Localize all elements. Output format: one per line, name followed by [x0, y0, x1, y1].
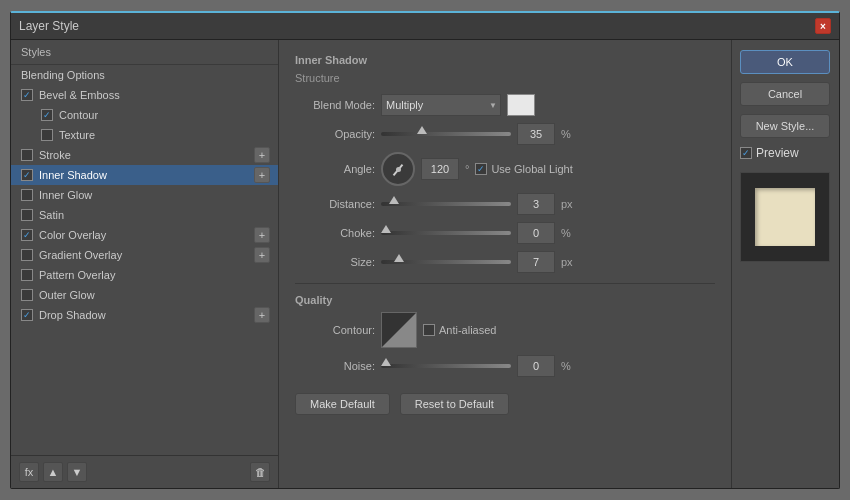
preview-row: Preview: [740, 146, 831, 160]
contour-checkbox[interactable]: [41, 109, 53, 121]
noise-slider-thumb[interactable]: [381, 358, 391, 366]
fx-button[interactable]: fx: [19, 462, 39, 482]
pattern-overlay-checkbox[interactable]: [21, 269, 33, 281]
distance-unit: px: [561, 198, 573, 210]
stroke-plus-button[interactable]: +: [254, 147, 270, 163]
opacity-input[interactable]: [517, 123, 555, 145]
preview-checkbox[interactable]: [740, 147, 752, 159]
cancel-button[interactable]: Cancel: [740, 82, 830, 106]
size-unit: px: [561, 256, 573, 268]
delete-button[interactable]: 🗑: [250, 462, 270, 482]
dialog-title: Layer Style: [19, 19, 79, 33]
opacity-unit: %: [561, 128, 571, 140]
distance-slider-track[interactable]: [381, 202, 511, 206]
make-default-button[interactable]: Make Default: [295, 393, 390, 415]
distance-row: Distance: px: [295, 193, 715, 215]
ok-button[interactable]: OK: [740, 50, 830, 74]
sidebar-item-drop-shadow[interactable]: Drop Shadow +: [11, 305, 278, 325]
blend-mode-select-wrapper: Multiply Normal Screen Overlay: [381, 94, 501, 116]
drop-shadow-plus-button[interactable]: +: [254, 307, 270, 323]
angle-input[interactable]: [421, 158, 459, 180]
close-button[interactable]: ×: [815, 18, 831, 34]
action-buttons: Make Default Reset to Default: [295, 393, 715, 415]
blending-label: Blending Options: [21, 69, 105, 81]
color-overlay-checkbox[interactable]: [21, 229, 33, 241]
bevel-checkbox[interactable]: [21, 89, 33, 101]
anti-aliased-label[interactable]: Anti-aliased: [423, 324, 496, 336]
sidebar-item-texture[interactable]: Texture: [11, 125, 278, 145]
layer-style-dialog: Layer Style × Styles Blending Options Be…: [10, 11, 840, 489]
left-panel: Styles Blending Options Bevel & Emboss C…: [11, 40, 279, 488]
styles-header: Styles: [11, 40, 278, 65]
outer-glow-label: Outer Glow: [39, 289, 95, 301]
right-panel: OK Cancel New Style... Preview: [731, 40, 839, 488]
pattern-overlay-label: Pattern Overlay: [39, 269, 115, 281]
opacity-slider-track[interactable]: [381, 132, 511, 136]
move-down-button[interactable]: ▼: [67, 462, 87, 482]
sidebar-item-bevel[interactable]: Bevel & Emboss: [11, 85, 278, 105]
stroke-checkbox[interactable]: [21, 149, 33, 161]
size-input[interactable]: [517, 251, 555, 273]
noise-label: Noise:: [295, 360, 375, 372]
blend-mode-color-swatch[interactable]: [507, 94, 535, 116]
move-up-button[interactable]: ▲: [43, 462, 63, 482]
sidebar-item-satin[interactable]: Satin: [11, 205, 278, 225]
new-style-button[interactable]: New Style...: [740, 114, 830, 138]
anti-aliased-checkbox[interactable]: [423, 324, 435, 336]
inner-shadow-label: Inner Shadow: [39, 169, 107, 181]
angle-label: Angle:: [295, 163, 375, 175]
reset-to-default-button[interactable]: Reset to Default: [400, 393, 509, 415]
choke-label: Choke:: [295, 227, 375, 239]
opacity-label: Opacity:: [295, 128, 375, 140]
structure-label: Structure: [295, 72, 715, 84]
texture-checkbox[interactable]: [41, 129, 53, 141]
sidebar-item-inner-glow[interactable]: Inner Glow: [11, 185, 278, 205]
noise-input[interactable]: [517, 355, 555, 377]
sidebar-item-outer-glow[interactable]: Outer Glow: [11, 285, 278, 305]
size-label: Size:: [295, 256, 375, 268]
color-overlay-plus-button[interactable]: +: [254, 227, 270, 243]
drop-shadow-checkbox[interactable]: [21, 309, 33, 321]
distance-slider-thumb[interactable]: [389, 196, 399, 204]
use-global-light-label[interactable]: Use Global Light: [475, 163, 572, 175]
gradient-overlay-checkbox[interactable]: [21, 249, 33, 261]
section-title: Inner Shadow: [295, 54, 715, 66]
opacity-row: Opacity: %: [295, 123, 715, 145]
opacity-slider-thumb[interactable]: [417, 126, 427, 134]
choke-slider-track[interactable]: [381, 231, 511, 235]
inner-glow-checkbox[interactable]: [21, 189, 33, 201]
distance-input[interactable]: [517, 193, 555, 215]
sidebar-item-blending[interactable]: Blending Options: [11, 65, 278, 85]
texture-label: Texture: [59, 129, 95, 141]
sidebar-item-stroke[interactable]: Stroke +: [11, 145, 278, 165]
sidebar-item-color-overlay[interactable]: Color Overlay +: [11, 225, 278, 245]
preview-box: [740, 172, 830, 262]
contour-row: Contour: Anti-aliased: [295, 312, 715, 348]
blend-mode-select[interactable]: Multiply Normal Screen Overlay: [381, 94, 501, 116]
inner-shadow-plus-button[interactable]: +: [254, 167, 270, 183]
sidebar-item-pattern-overlay[interactable]: Pattern Overlay: [11, 265, 278, 285]
size-slider-thumb[interactable]: [394, 254, 404, 262]
gradient-overlay-plus-button[interactable]: +: [254, 247, 270, 263]
inner-shadow-checkbox[interactable]: [21, 169, 33, 181]
inner-glow-label: Inner Glow: [39, 189, 92, 201]
choke-input[interactable]: [517, 222, 555, 244]
outer-glow-checkbox[interactable]: [21, 289, 33, 301]
use-global-light-checkbox[interactable]: [475, 163, 487, 175]
sidebar-item-inner-shadow[interactable]: Inner Shadow +: [11, 165, 278, 185]
noise-slider-track[interactable]: [381, 364, 511, 368]
noise-row: Noise: %: [295, 355, 715, 377]
contour-label: Contour: [59, 109, 98, 121]
size-slider-track[interactable]: [381, 260, 511, 264]
quality-label: Quality: [295, 294, 715, 306]
blend-mode-label: Blend Mode:: [295, 99, 375, 111]
dialog-body: Styles Blending Options Bevel & Emboss C…: [11, 40, 839, 488]
contour-preview[interactable]: [381, 312, 417, 348]
satin-checkbox[interactable]: [21, 209, 33, 221]
angle-dial[interactable]: [381, 152, 415, 186]
sidebar-item-gradient-overlay[interactable]: Gradient Overlay +: [11, 245, 278, 265]
preview-paper: [755, 188, 815, 246]
sidebar-item-contour[interactable]: Contour: [11, 105, 278, 125]
distance-label: Distance:: [295, 198, 375, 210]
choke-slider-thumb[interactable]: [381, 225, 391, 233]
